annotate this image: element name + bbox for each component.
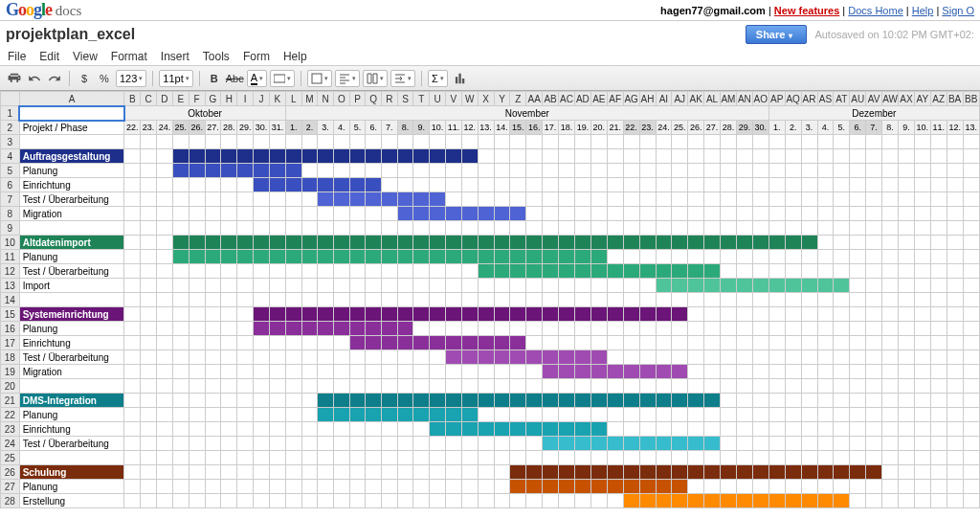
cell[interactable] (590, 293, 607, 307)
cell[interactable] (688, 207, 704, 221)
cell[interactable] (607, 149, 623, 164)
cell[interactable] (189, 394, 205, 408)
cell[interactable] (382, 178, 398, 192)
cell[interactable] (639, 192, 656, 207)
cell[interactable] (254, 379, 270, 394)
cell[interactable] (574, 192, 590, 207)
cell[interactable] (318, 178, 334, 192)
cell[interactable] (688, 350, 704, 365)
cell[interactable] (752, 307, 768, 322)
cell[interactable] (785, 250, 801, 264)
cell[interactable] (834, 336, 850, 350)
row-header[interactable]: 8 (1, 207, 20, 221)
menu-form[interactable]: Form (243, 50, 270, 63)
cell[interactable] (349, 250, 366, 264)
day-header[interactable]: 18. (559, 121, 575, 135)
cell[interactable] (478, 135, 494, 149)
cell[interactable] (850, 451, 866, 465)
cell[interactable] (882, 422, 899, 437)
cell[interactable] (221, 480, 237, 494)
cell[interactable] (801, 307, 817, 322)
cell[interactable] (430, 293, 446, 307)
cell[interactable] (157, 135, 173, 149)
cell[interactable] (930, 178, 947, 192)
day-header[interactable]: 17. (543, 121, 559, 135)
cell[interactable] (237, 293, 254, 307)
row-header[interactable]: 18 (1, 350, 20, 365)
cell[interactable] (914, 207, 930, 221)
cell[interactable] (752, 451, 768, 465)
cell[interactable] (189, 350, 205, 365)
cell[interactable] (494, 178, 510, 192)
cell[interactable] (430, 408, 446, 422)
cell[interactable] (947, 250, 963, 264)
day-header[interactable]: 11. (930, 121, 947, 135)
cell[interactable] (494, 279, 510, 293)
cell[interactable] (221, 192, 237, 207)
cell[interactable] (736, 135, 752, 149)
cell[interactable] (882, 350, 899, 365)
cell[interactable] (494, 451, 510, 465)
cell[interactable] (704, 221, 721, 236)
cell[interactable] (333, 437, 349, 451)
cell[interactable] (768, 293, 785, 307)
cell[interactable] (834, 350, 850, 365)
cell[interactable] (430, 149, 446, 164)
cell[interactable] (882, 279, 899, 293)
cell[interactable] (445, 336, 461, 350)
cell[interactable] (768, 437, 785, 451)
cell[interactable] (574, 221, 590, 236)
cell[interactable] (785, 178, 801, 192)
cell[interactable] (221, 394, 237, 408)
cell[interactable] (866, 178, 882, 192)
cell[interactable] (543, 480, 559, 494)
cell[interactable] (349, 394, 366, 408)
cell[interactable] (124, 207, 141, 221)
cell[interactable] (704, 451, 721, 465)
phase-label[interactable]: DMS-Integration (19, 394, 124, 408)
cell[interactable] (607, 221, 623, 236)
cell[interactable] (430, 178, 446, 192)
row-header[interactable]: 6 (1, 178, 20, 192)
cell[interactable] (801, 135, 817, 149)
cell[interactable] (785, 207, 801, 221)
cell[interactable] (785, 394, 801, 408)
cell[interactable] (478, 336, 494, 350)
cell[interactable] (930, 394, 947, 408)
col-header[interactable]: AH (639, 92, 656, 106)
cell[interactable] (254, 149, 270, 164)
cell[interactable] (963, 264, 979, 279)
cell[interactable] (172, 322, 189, 336)
day-header[interactable]: 8. (397, 121, 413, 135)
cell[interactable] (382, 350, 398, 365)
cell[interactable] (850, 365, 866, 379)
col-header[interactable]: T (413, 92, 430, 106)
cell[interactable] (801, 394, 817, 408)
cell[interactable] (623, 236, 639, 250)
cell[interactable] (285, 164, 301, 178)
cell[interactable] (656, 149, 672, 164)
cell[interactable] (318, 422, 334, 437)
cell[interactable] (704, 494, 721, 508)
cell[interactable] (141, 437, 157, 451)
cell[interactable] (285, 279, 301, 293)
cell[interactable] (478, 178, 494, 192)
cell[interactable] (430, 336, 446, 350)
cell[interactable] (672, 365, 688, 379)
cell[interactable] (270, 207, 286, 221)
cell[interactable] (382, 365, 398, 379)
number-format-select[interactable]: 123 (116, 70, 146, 87)
borders-button[interactable] (307, 70, 332, 87)
cell[interactable] (397, 465, 413, 480)
cell[interactable] (526, 149, 543, 164)
cell[interactable] (285, 394, 301, 408)
task-label[interactable]: Planung (19, 322, 124, 336)
cell[interactable] (801, 494, 817, 508)
row-header[interactable]: 14 (1, 293, 20, 307)
cell[interactable] (318, 465, 334, 480)
cell[interactable] (947, 221, 963, 236)
cell[interactable] (559, 279, 575, 293)
cell[interactable] (752, 293, 768, 307)
day-header[interactable]: 8. (882, 121, 899, 135)
col-header[interactable]: AD (574, 92, 590, 106)
